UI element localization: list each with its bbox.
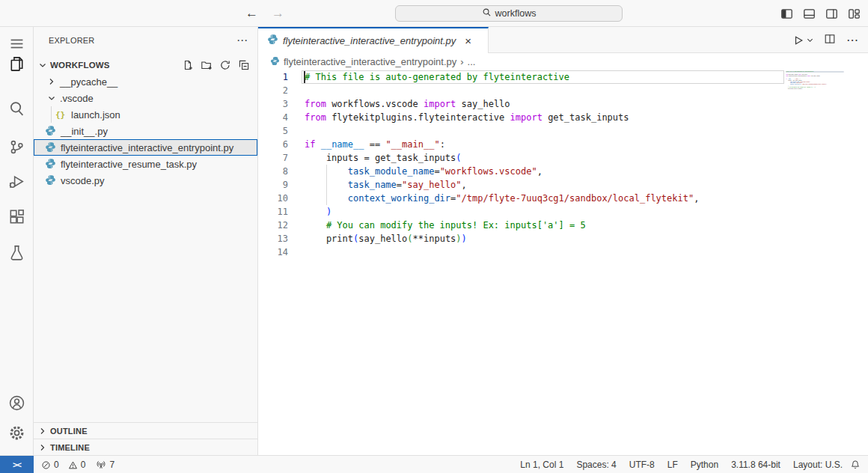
toggle-panel-icon[interactable]: [803, 7, 816, 20]
settings-gear-icon[interactable]: [8, 424, 25, 442]
status-item-3-11-8-64-bit[interactable]: 3.11.8 64-bit: [731, 460, 780, 470]
collapse-all-icon[interactable]: [238, 59, 250, 71]
line-number: 12: [258, 219, 288, 232]
title-bar: ← → workflows: [0, 0, 868, 27]
workflows-section-header[interactable]: WORKFLOWS: [34, 57, 257, 73]
code-line-1[interactable]: 1# This file is auto-generated by flytei…: [258, 70, 868, 84]
code-line-2[interactable]: 2: [258, 84, 868, 97]
close-tab-icon[interactable]: ×: [465, 35, 471, 46]
code-line-12[interactable]: 12 # You can modify the inputs! Ex: inpu…: [258, 219, 868, 232]
json-file-icon: {}: [55, 109, 67, 120]
chevron-right-icon[interactable]: [46, 76, 58, 88]
tab-label: flyteinteractive_interactive_entrypoint.…: [283, 35, 456, 46]
outline-panel-header[interactable]: OUTLINE: [34, 422, 257, 439]
code-text: # You can modify the inputs! Ex: inputs[…: [305, 219, 586, 232]
code-line-4[interactable]: 4from flytekitplugins.flyteinteractive i…: [258, 111, 868, 124]
tree-item-.vscode[interactable]: .vscode: [34, 90, 257, 106]
status-item-ln-1-col-1[interactable]: Ln 1, Col 1: [520, 460, 563, 470]
tree-item-vscode.py[interactable]: vscode.py: [34, 172, 257, 189]
tree-item-flyteinteractive_resume_task.py[interactable]: flyteinteractive_resume_task.py: [34, 156, 257, 172]
code-line-8[interactable]: 8 task_module_name="workflows.vscode",: [258, 165, 868, 178]
status-item-layout-u-s-[interactable]: Layout: U.S.: [793, 460, 843, 470]
indent-guide: [51, 106, 52, 123]
ports-count: 7: [109, 460, 114, 470]
section-label: WORKFLOWS: [50, 61, 110, 70]
code-text: from flytekitplugins.flyteinteractive im…: [305, 111, 629, 124]
code-text: ): [305, 205, 331, 219]
code-text: # This file is auto-generated by flytein…: [305, 70, 569, 84]
status-item-python[interactable]: Python: [691, 460, 718, 470]
code-line-11[interactable]: 11 ): [258, 205, 868, 219]
toggle-secondary-sidebar-icon[interactable]: [825, 7, 838, 20]
code-line-10[interactable]: 10 context_working_dir="/tmp/flyte-7uuq3…: [258, 192, 868, 205]
error-icon: [41, 460, 51, 470]
minimap-line: [786, 90, 844, 91]
status-bar: >< 0 0 7 Ln 1, Col 1Spaces: 4UTF-8LFPyth…: [0, 455, 868, 473]
breadcrumb-file[interactable]: flyteinteractive_interactive_entrypoint.…: [284, 56, 456, 67]
code-line-6[interactable]: 6if __name__ == "__main__":: [258, 138, 868, 151]
customize-layout-icon[interactable]: [848, 7, 861, 20]
code-text: context_working_dir="/tmp/flyte-7uuq3cg1…: [305, 192, 699, 205]
line-number: 11: [258, 205, 288, 219]
run-and-debug-icon[interactable]: [8, 173, 25, 190]
code-line-3[interactable]: 3from workflows.vscode import say_hello: [258, 97, 868, 111]
status-item-utf-8[interactable]: UTF-8: [629, 460, 655, 470]
menu-icon[interactable]: [8, 35, 25, 52]
code-line-5[interactable]: 5: [258, 124, 868, 138]
new-file-icon[interactable]: [182, 59, 194, 71]
search-view-icon[interactable]: [8, 100, 25, 118]
accounts-icon[interactable]: [8, 394, 25, 412]
line-number: 14: [258, 245, 288, 259]
line-number: 3: [258, 97, 288, 111]
forwarded-ports-status[interactable]: 7: [96, 460, 114, 470]
tree-item-__init__.py[interactable]: __init__.py: [34, 123, 257, 139]
breadcrumb-symbol[interactable]: ...: [468, 56, 476, 67]
history-back-icon[interactable]: ←: [245, 6, 258, 21]
code-line-7[interactable]: 7 inputs = get_task_inputs(: [258, 151, 868, 165]
more-actions-icon[interactable]: ⋯: [846, 33, 859, 47]
minimap[interactable]: # This file is auto-generated by flytein…: [786, 71, 846, 161]
extensions-icon[interactable]: [8, 208, 25, 225]
toggle-primary-sidebar-icon[interactable]: [780, 7, 793, 20]
chevron-down-icon[interactable]: [46, 92, 58, 104]
status-item-spaces-4[interactable]: Spaces: 4: [576, 460, 616, 470]
status-item-lf[interactable]: LF: [667, 460, 678, 470]
source-control-icon[interactable]: [8, 138, 25, 156]
testing-icon[interactable]: [8, 244, 25, 261]
refresh-icon[interactable]: [219, 59, 231, 71]
code-text: if __name__ == "__main__":: [305, 138, 445, 151]
line-number: 6: [258, 138, 288, 151]
command-center-search[interactable]: workflows: [395, 5, 623, 22]
code-line-14[interactable]: 14: [258, 245, 868, 259]
editor-group: flyteinteractive_interactive_entrypoint.…: [258, 27, 868, 455]
problems-status[interactable]: 0 0: [41, 460, 85, 470]
remote-indicator[interactable]: ><: [0, 456, 34, 473]
search-icon: [482, 7, 492, 19]
breadcrumb[interactable]: flyteinteractive_interactive_entrypoint.…: [258, 53, 868, 70]
sidebar-more-actions-icon[interactable]: ⋯: [236, 34, 248, 47]
notifications-bell-icon[interactable]: [850, 456, 861, 473]
editor-tab[interactable]: flyteinteractive_interactive_entrypoint.…: [258, 27, 489, 53]
chevron-right-icon: ›: [460, 56, 463, 67]
outline-label: OUTLINE: [50, 427, 88, 436]
split-editor-icon[interactable]: [824, 33, 836, 48]
tree-item-label: launch.json: [71, 109, 120, 120]
timeline-panel-header[interactable]: TIMELINE: [34, 439, 257, 455]
tree-item-launch.json[interactable]: {}launch.json: [34, 106, 257, 123]
tree-item-flyteinteractive_interactive_entrypoint.py[interactable]: flyteinteractive_interactive_entrypoint.…: [34, 139, 257, 156]
explorer-icon[interactable]: [8, 55, 25, 73]
history-forward-icon[interactable]: →: [272, 6, 284, 21]
activity-bar: [0, 27, 34, 455]
code-line-9[interactable]: 9 task_name="say_hello",: [258, 178, 868, 192]
new-folder-icon[interactable]: [201, 59, 213, 71]
run-python-file-icon[interactable]: [792, 34, 813, 46]
remote-icon: ><: [13, 460, 21, 469]
code-area[interactable]: 1# This file is auto-generated by flytei…: [258, 70, 868, 455]
code-text: print(say_hello(**inputs)): [305, 232, 467, 245]
python-file-icon: [45, 141, 57, 153]
code-text: task_name="say_hello",: [305, 178, 467, 192]
line-number: 10: [258, 192, 288, 205]
tree-item-__pycache__[interactable]: __pycache__: [34, 73, 257, 90]
line-number: 7: [258, 151, 288, 165]
code-line-13[interactable]: 13 print(say_hello(**inputs)): [258, 232, 868, 245]
